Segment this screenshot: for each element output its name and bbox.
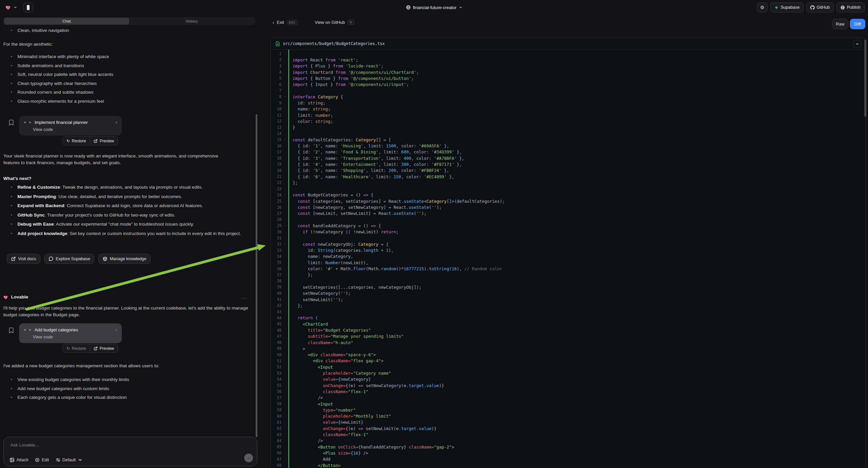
raw-toggle-button[interactable]: Raw <box>832 19 848 29</box>
bookmark-icon[interactable] <box>9 327 14 333</box>
line-number: 12 <box>271 119 281 123</box>
line-number: 19 <box>271 162 281 167</box>
code-text: type="number" <box>288 408 355 413</box>
project-name: financial-future-creator <box>413 5 456 10</box>
publish-button[interactable]: Publish <box>836 2 865 12</box>
code-text: import { Button } from '@/components/ui/… <box>288 76 414 81</box>
code-line: 27 const [newLimit, setNewLimit] = React… <box>271 210 865 216</box>
visit-docs-button[interactable]: Visit docs <box>7 254 40 264</box>
line-number: 24 <box>271 193 281 197</box>
fold-chevron-icon[interactable]: › <box>281 138 288 142</box>
lovable-logo-icon[interactable] <box>5 5 11 10</box>
line-number: 18 <box>271 156 281 160</box>
exit-button[interactable]: ‹ Exit ESC <box>273 20 298 25</box>
code-line: 65 <Button onClick={handleAddCategory} c… <box>271 444 865 450</box>
g-kbd-badge: G <box>348 20 354 25</box>
view-code-link[interactable]: View code <box>33 127 117 132</box>
code-line: 58 <Input <box>271 401 865 407</box>
chat-scrollbar-thumb[interactable] <box>256 114 257 437</box>
view-on-github-button[interactable]: View on GitHub G <box>315 20 354 25</box>
code-line: 64 /> <box>271 438 865 444</box>
attach-button[interactable]: Attach <box>10 458 28 462</box>
file-added-icon <box>276 41 280 46</box>
list-item: Master Prompting: Use clear, detailed, a… <box>3 194 256 200</box>
code-line: 37 }; <box>271 272 865 278</box>
code-line: 67 Add <box>271 456 865 462</box>
tab-chat[interactable]: Chat <box>4 18 129 25</box>
composer-placeholder: Ask Lovable... <box>10 442 39 447</box>
code-icon: < > <box>24 120 32 124</box>
code-text: <Input <box>288 402 333 407</box>
code-line: 55 onChange={(e) => setNewCategory(e.tar… <box>271 382 865 388</box>
code-text: placeholder="Category name" <box>288 371 391 376</box>
chat-composer[interactable]: Ask Lovable... Attach Edit <box>3 437 257 466</box>
line-number: 51 <box>271 358 281 363</box>
line-number: 42 <box>271 303 281 308</box>
version-card-implement-financial-planner[interactable]: < > Implement financial planner › View c… <box>19 116 122 136</box>
chevron-down-icon[interactable] <box>14 6 17 9</box>
code-text: import React from 'react'; <box>288 57 358 62</box>
restore-button[interactable]: ↻ Restore <box>63 344 90 352</box>
fold-chevron-icon[interactable]: › <box>281 242 288 246</box>
mode-label: Default <box>62 458 76 462</box>
line-number: 49 <box>271 346 281 351</box>
assistant-intro: I'll help you add budget categories to t… <box>3 305 251 318</box>
code-line: 9 id: string; <box>271 100 865 106</box>
file-header[interactable]: src/components/budget/BudgetCategories.t… <box>271 38 865 50</box>
code-text: if (!newCategory || !newLimit) return; <box>288 229 399 234</box>
line-number: 26 <box>271 205 281 210</box>
code-line: 11 limit: number; <box>271 112 865 118</box>
code-text: { id: '1', name: 'Housing', limit: 1500,… <box>288 143 449 148</box>
restore-icon: ↻ <box>66 346 70 351</box>
card-title: Add budget categories <box>35 327 113 332</box>
message-menu-button[interactable]: ... <box>241 294 248 299</box>
fold-chevron-icon[interactable]: › <box>281 193 288 197</box>
code-line: 5import { Button } from '@/components/ui… <box>271 75 865 81</box>
code-line: 6import { Input } from '@/components/ui/… <box>271 81 865 87</box>
code-text: import { Plus } from 'lucide-react'; <box>288 63 383 68</box>
line-number: 38 <box>271 279 281 283</box>
code-line: 26 const [newCategory, setNewCategory] =… <box>271 204 865 210</box>
line-number: 67 <box>271 457 281 462</box>
restore-button[interactable]: ↻ Restore <box>63 137 90 145</box>
line-number: 58 <box>271 402 281 406</box>
topbar-left <box>5 0 33 15</box>
collapse-file-button[interactable] <box>853 40 861 48</box>
explore-supabase-button[interactable]: Explore Supabase <box>44 254 94 264</box>
code-view-header: ‹ Exit ESC View on GitHub G Raw Diff <box>271 15 868 35</box>
view-code-link[interactable]: View code <box>33 334 117 340</box>
item-bold: Expand with Backend <box>18 203 64 208</box>
code-editor[interactable]: 12import React from 'react';3import { Pl… <box>271 50 865 468</box>
preview-button[interactable]: Preview <box>90 137 118 145</box>
fold-chevron-icon[interactable]: › <box>281 224 288 228</box>
file-diff-card: src/components/budget/BudgetCategories.t… <box>271 38 866 468</box>
settings-button[interactable]: ⚙ <box>757 2 768 12</box>
list-item: Clean, intuitive navigation <box>3 28 255 33</box>
project-switcher[interactable]: financial-future-creator <box>406 0 462 15</box>
manage-knowledge-label: Manage knowledge <box>110 257 146 261</box>
preview-button[interactable]: Preview <box>90 344 118 352</box>
send-button[interactable]: ↑ <box>244 454 253 462</box>
code-scrollbar-thumb[interactable] <box>864 39 866 117</box>
line-number: 50 <box>271 352 281 357</box>
restore-preview-toolbar: ↻ Restore Preview <box>62 136 118 145</box>
code-line: 66 <Plus size={16} /> <box>271 450 865 456</box>
version-card-add-budget-categories[interactable]: < > Add budget categories › View code <box>19 323 122 343</box>
mode-selector[interactable]: Default <box>56 458 83 462</box>
supabase-button[interactable]: Supabase <box>770 2 804 12</box>
esc-kbd-badge: ESC <box>287 20 298 25</box>
code-text: import { Input } from '@/components/ui/i… <box>288 82 409 87</box>
diff-toggle-button[interactable]: Diff <box>850 19 865 29</box>
edit-button[interactable]: Edit <box>35 458 49 462</box>
bookmark-icon[interactable] <box>9 119 14 125</box>
manage-knowledge-button[interactable]: Manage knowledge <box>98 254 150 264</box>
code-text: return ( <box>288 315 318 320</box>
code-line: 13} <box>271 124 865 130</box>
fold-chevron-icon[interactable]: › <box>281 95 288 99</box>
github-button[interactable]: GitHub <box>806 2 834 12</box>
toggle-sidebar-button[interactable] <box>23 2 33 12</box>
line-number: 25 <box>271 199 281 203</box>
tab-history[interactable]: History <box>129 18 254 25</box>
code-text: /> <box>288 395 323 400</box>
code-line: 53 placeholder="Category name" <box>271 370 865 376</box>
